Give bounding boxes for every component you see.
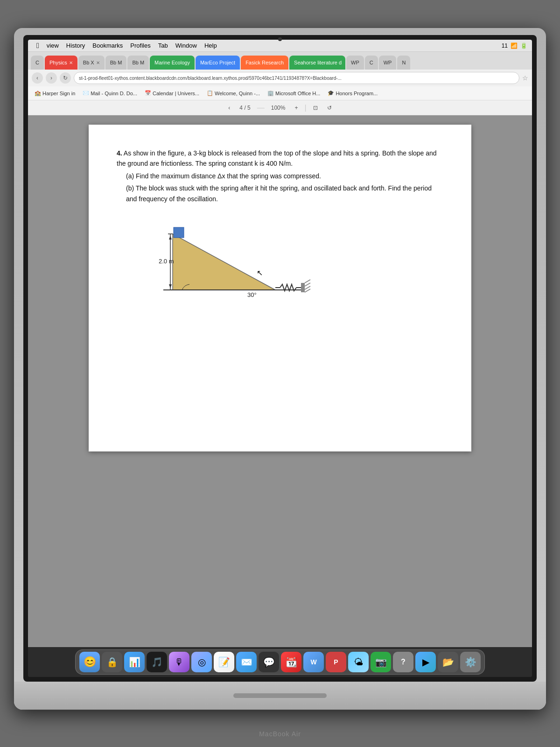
menu-bookmarks[interactable]: Bookmarks <box>89 42 126 49</box>
dock-item-music[interactable]: 🎵 <box>147 652 167 672</box>
tab-physics-close[interactable]: ✕ <box>69 60 73 65</box>
tab-wp2[interactable]: WP <box>379 56 397 70</box>
pdf-page: 4. As show in the figure, a 3-kg block i… <box>89 125 471 451</box>
bookmark-calendar[interactable]: 📅 Calendar | Univers... <box>142 89 202 97</box>
dock-item-help[interactable]: ? <box>393 652 413 672</box>
dock-item-settings[interactable]: ⚙️ <box>460 652 481 672</box>
tab-wp2-label: WP <box>384 60 392 65</box>
menu-window[interactable]: Window <box>172 42 201 49</box>
tab-bb-x-close[interactable]: ✕ <box>96 60 100 65</box>
harper-icon: 🏫 <box>35 90 41 96</box>
bookmark-microsoft-label: Microsoft Office H... <box>275 91 320 96</box>
dock-item-powerpoint[interactable]: P <box>326 652 346 672</box>
tab-physics[interactable]: Physics ✕ <box>45 56 77 70</box>
bookmark-mail-label: Mail - Quinn D. Do... <box>91 91 137 96</box>
tab-bar: C Physics ✕ Bb X ✕ Bb M Bb M <box>28 52 532 70</box>
menu-history[interactable]: History <box>63 42 89 49</box>
laptop-frame:  view History Bookmarks Profiles Tab Wi… <box>14 28 546 710</box>
tab-marine-label: Marine Ecology <box>154 60 190 65</box>
svg-marker-5 <box>169 236 172 240</box>
tab-n-label: N <box>402 60 406 65</box>
music-icon: 🎵 <box>151 656 163 668</box>
menu-view[interactable]: view <box>43 42 63 49</box>
dock-item-calendar[interactable]: 📆 <box>281 652 301 672</box>
screen-bezel:  view History Bookmarks Profiles Tab Wi… <box>23 35 537 682</box>
menu-help[interactable]: Help <box>201 42 221 49</box>
facetime-icon: 📷 <box>375 656 387 668</box>
dock-item-facetime[interactable]: 📷 <box>371 652 391 672</box>
dock-item-finder[interactable]: 😊 <box>79 652 100 672</box>
diagram-svg: 2.0 m 30° <box>135 215 322 309</box>
mail-icon: ✉️ <box>83 90 89 96</box>
microsoft-icon: 🏢 <box>267 90 274 96</box>
honors-icon: 🎓 <box>328 90 334 96</box>
tab-c2[interactable]: C <box>365 56 378 70</box>
apple-menu[interactable]:  <box>33 42 43 50</box>
toolbar-sep2: | <box>304 104 306 112</box>
tab-bb-x[interactable]: Bb X ✕ <box>78 56 105 70</box>
dock-item-quicktime[interactable]: ▶ <box>415 652 436 672</box>
dock-item-lock[interactable]: 🔒 <box>102 652 122 672</box>
height-label: 2.0 m <box>159 258 174 265</box>
pdf-toolbar: ‹ 4 / 5 — 100% + | ⊡ ↺ <box>28 100 532 115</box>
screen:  view History Bookmarks Profiles Tab Wi… <box>28 40 532 677</box>
dock-item-charts[interactable]: 📊 <box>124 652 145 672</box>
dock-item-messages[interactable]: 💬 <box>259 652 279 672</box>
tab-cc[interactable]: C <box>31 56 44 70</box>
tab-mareco[interactable]: MarEco Project <box>196 56 240 70</box>
toolbar-sep1: — <box>257 104 265 112</box>
page-indicator: 4 / 5 <box>237 104 253 112</box>
tab-bb-m1[interactable]: Bb M <box>105 56 127 70</box>
dock-item-podcast[interactable]: 🎙 <box>169 652 189 672</box>
rotate[interactable]: ↺ <box>324 104 335 112</box>
bookmark-mail[interactable]: ✉️ Mail - Quinn D. Do... <box>80 89 140 97</box>
svg-marker-0 <box>173 234 275 290</box>
dock-item-siri[interactable]: ◎ <box>191 652 212 672</box>
calendar-icon: 📅 <box>145 90 151 96</box>
address-bar[interactable]: st-1-prod-fleet01-xythos.content.blackbo… <box>74 72 519 84</box>
bookmark-honors-label: Honors Program... <box>336 91 378 96</box>
bookmark-harper[interactable]: 🏫 Harper Sign in <box>32 89 78 97</box>
refresh-button[interactable]: ↻ <box>60 72 71 84</box>
bookmark-honors[interactable]: 🎓 Honors Program... <box>325 89 380 97</box>
podcast-icon: 🎙 <box>175 657 184 668</box>
tab-fasick[interactable]: Fasick Research <box>241 56 288 70</box>
tab-n[interactable]: N <box>397 56 410 70</box>
tab-wp[interactable]: WP <box>346 56 364 70</box>
bookmarks-bar: 🏫 Harper Sign in ✉️ Mail - Quinn D. Do..… <box>28 86 532 100</box>
camera <box>278 37 282 41</box>
menu-clock: 11 <box>502 42 508 49</box>
zoom-in[interactable]: + <box>292 104 301 112</box>
bookmark-microsoft[interactable]: 🏢 Microsoft Office H... <box>265 89 323 97</box>
dock-item-weather[interactable]: 🌤 <box>348 652 369 672</box>
tab-cc-label: C <box>35 60 39 65</box>
forward-button[interactable]: › <box>46 72 57 84</box>
bookmark-welcome[interactable]: 📋 Welcome, Quinn -... <box>204 89 263 97</box>
problem-number: 4. <box>117 149 122 157</box>
svg-line-11 <box>305 280 310 283</box>
menu-profiles[interactable]: Profiles <box>126 42 154 49</box>
wifi-icon: 📶 <box>511 42 518 49</box>
zoom-level[interactable]: 100% <box>268 104 288 112</box>
calendar-dock-icon: 📆 <box>286 656 297 668</box>
fit-page[interactable]: ⊡ <box>310 104 321 112</box>
tab-marine[interactable]: Marine Ecology <box>150 56 195 70</box>
menu-tab[interactable]: Tab <box>154 42 172 49</box>
dock-item-notes[interactable]: 📝 <box>214 652 234 672</box>
dock-item-word[interactable]: W <box>303 652 324 672</box>
star-icon[interactable]: ☆ <box>522 74 528 82</box>
charts-icon: 📊 <box>129 656 140 668</box>
dock: 😊 🔒 📊 🎵 🎙 ◎ <box>75 649 485 675</box>
back-button[interactable]: ‹ <box>32 72 43 84</box>
browser-chrome: C Physics ✕ Bb X ✕ Bb M Bb M <box>28 52 532 115</box>
svg-line-12 <box>305 283 310 286</box>
svg-rect-10 <box>301 283 305 292</box>
page-prev[interactable]: ‹ <box>225 104 233 112</box>
macbook-label: MacBook Air <box>259 730 301 738</box>
tab-bb-m2[interactable]: Bb M <box>127 56 149 70</box>
tab-seahorse[interactable]: Seahorse literature d <box>289 56 345 70</box>
angle-label: 30° <box>247 291 257 298</box>
dock-item-mail[interactable]: ✉️ <box>236 652 257 672</box>
page-total: 5 <box>247 105 251 111</box>
dock-item-files[interactable]: 📂 <box>438 652 458 672</box>
